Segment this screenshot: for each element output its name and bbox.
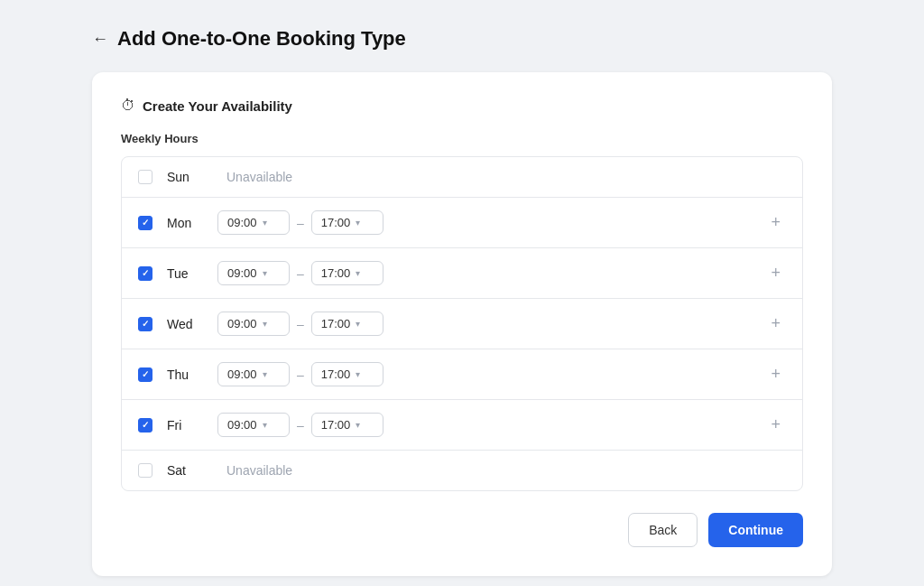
- hours-table: SunUnavailableMon09:00▾–17:00▾+Tue09:00▾…: [121, 156, 803, 491]
- day-row-fri: Fri09:00▾–17:00▾+: [122, 400, 802, 451]
- time-controls-tue: 09:00▾–17:00▾+: [217, 261, 786, 285]
- back-button[interactable]: Back: [628, 513, 698, 547]
- day-label-tue: Tue: [167, 266, 203, 281]
- checkbox-mon[interactable]: [138, 216, 152, 230]
- time-dash-wed: –: [297, 317, 304, 331]
- section-title: Create Your Availability: [143, 98, 292, 114]
- end-time-wed[interactable]: 17:00▾: [311, 312, 383, 336]
- checkbox-wed[interactable]: [138, 317, 152, 331]
- unavailable-text-sun: Unavailable: [226, 170, 292, 184]
- add-slot-fri[interactable]: +: [765, 414, 786, 436]
- time-dash-fri: –: [297, 418, 304, 433]
- day-label-thu: Thu: [167, 367, 203, 382]
- title-row: ← Add One-to-One Booking Type: [92, 27, 832, 51]
- time-controls-mon: 09:00▾–17:00▾+: [217, 210, 786, 235]
- checkbox-thu[interactable]: [138, 367, 152, 382]
- checkbox-fri[interactable]: [138, 418, 152, 433]
- add-slot-thu[interactable]: +: [765, 363, 786, 386]
- day-row-mon: Mon09:00▾–17:00▾+: [122, 198, 802, 248]
- weekly-hours-label: Weekly Hours: [121, 132, 803, 145]
- start-time-thu[interactable]: 09:00▾: [217, 362, 290, 386]
- time-dash-thu: –: [297, 367, 304, 382]
- end-time-thu[interactable]: 17:00▾: [311, 362, 383, 386]
- time-dash-mon: –: [297, 216, 304, 230]
- checkbox-sat[interactable]: [138, 463, 152, 478]
- day-row-tue: Tue09:00▾–17:00▾+: [122, 248, 802, 299]
- add-slot-wed[interactable]: +: [765, 312, 786, 335]
- time-controls-thu: 09:00▾–17:00▾+: [217, 362, 786, 386]
- checkbox-tue[interactable]: [138, 266, 152, 281]
- end-time-mon[interactable]: 17:00▾: [311, 210, 383, 235]
- day-row-thu: Thu09:00▾–17:00▾+: [122, 349, 802, 400]
- unavailable-text-sat: Unavailable: [226, 463, 292, 478]
- time-controls-fri: 09:00▾–17:00▾+: [217, 413, 786, 437]
- footer-row: Back Continue: [121, 513, 803, 547]
- day-row-wed: Wed09:00▾–17:00▾+: [122, 299, 802, 349]
- time-controls-wed: 09:00▾–17:00▾+: [217, 312, 786, 336]
- day-row-sat: SatUnavailable: [122, 451, 802, 490]
- day-label-mon: Mon: [167, 216, 203, 230]
- start-time-tue[interactable]: 09:00▾: [217, 261, 290, 285]
- start-time-fri[interactable]: 09:00▾: [217, 413, 290, 437]
- day-label-fri: Fri: [167, 418, 203, 433]
- end-time-tue[interactable]: 17:00▾: [311, 261, 383, 285]
- time-dash-tue: –: [297, 266, 304, 281]
- clock-icon: ⏱: [121, 98, 135, 114]
- start-time-mon[interactable]: 09:00▾: [217, 210, 290, 235]
- end-time-fri[interactable]: 17:00▾: [311, 413, 383, 437]
- page-title: Add One-to-One Booking Type: [117, 27, 406, 51]
- page-container: ← Add One-to-One Booking Type ⏱ Create Y…: [92, 27, 832, 576]
- start-time-wed[interactable]: 09:00▾: [217, 312, 290, 336]
- day-label-sat: Sat: [167, 463, 203, 478]
- add-slot-tue[interactable]: +: [765, 262, 786, 284]
- day-row-sun: SunUnavailable: [122, 157, 802, 198]
- day-label-wed: Wed: [167, 317, 203, 331]
- checkbox-sun[interactable]: [138, 170, 152, 184]
- continue-button[interactable]: Continue: [708, 513, 803, 547]
- day-label-sun: Sun: [167, 170, 203, 184]
- main-card: ⏱ Create Your Availability Weekly Hours …: [92, 72, 832, 576]
- back-arrow-icon[interactable]: ←: [92, 30, 108, 49]
- add-slot-mon[interactable]: +: [765, 211, 786, 234]
- section-header: ⏱ Create Your Availability: [121, 98, 803, 114]
